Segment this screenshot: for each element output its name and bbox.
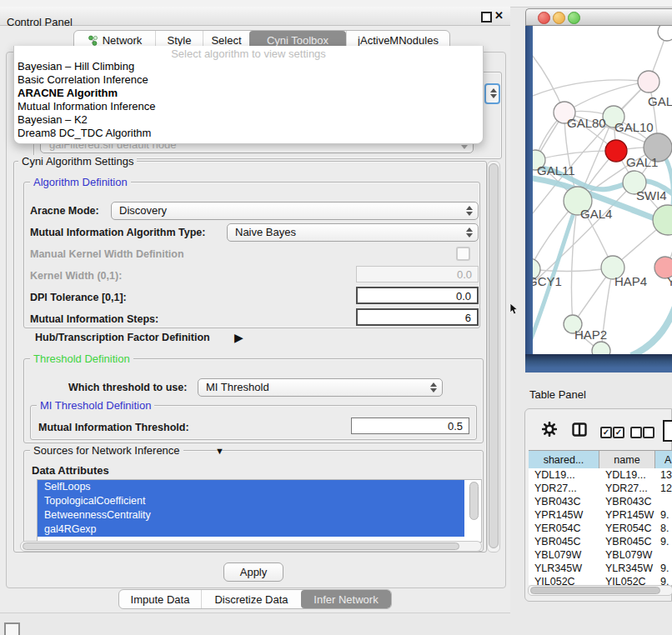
aracne-mode-combo[interactable]: Discovery [111, 202, 479, 220]
table-cell: YBR045C [529, 535, 599, 548]
zoom-light-icon[interactable] [568, 12, 580, 24]
table-row[interactable]: YLR345WYLR345W9. [529, 562, 672, 575]
table-row[interactable]: YDR27...YDR27...12 [529, 482, 672, 495]
network-canvas[interactable]: GALGAL80GAL10GAL1GAL11SWI4GAL4GCY1HAP4YH… [533, 26, 672, 354]
combo-stepper-icon [429, 382, 437, 393]
algorithm-combo-stepper[interactable] [484, 83, 500, 104]
split-panel-icon[interactable] [572, 422, 587, 437]
network-frame-left [525, 26, 533, 372]
mi-type-combo[interactable]: Naive Bayes [227, 223, 479, 242]
dpi-tolerance-label: DPI Tolerance [0,1]: [30, 292, 127, 303]
close-icon[interactable]: ✕ [494, 7, 504, 25]
network-node-gal[interactable] [638, 71, 659, 92]
table-cell: 9. [655, 508, 672, 522]
column-header-shared[interactable]: shared... [529, 451, 599, 469]
mi-threshold-field[interactable]: 0.5 [351, 418, 469, 434]
which-threshold-label: Which threshold to use: [68, 382, 187, 393]
collapsed-widget-icon[interactable] [4, 622, 20, 635]
minimize-light-icon[interactable] [553, 12, 565, 24]
table-cell: 13 [655, 468, 672, 482]
hub-definition-label[interactable]: Hub/Transcription Factor Definition [35, 332, 210, 343]
mouse-cursor [509, 303, 519, 316]
algorithm-option-bayesian-hill-climbing[interactable]: Bayesian – Hill Climbing [16, 60, 472, 73]
tab-label: Network [103, 34, 143, 47]
dpi-tolerance-field[interactable]: 0.0 [356, 287, 479, 304]
network-node[interactable] [592, 342, 610, 354]
collapsed-arrow-icon[interactable]: ▶ [234, 331, 243, 344]
manual-kernel-checkbox[interactable] [456, 247, 470, 261]
attr-hscrollbar-thumb[interactable] [23, 542, 459, 550]
deselect-box1-icon[interactable] [630, 427, 642, 438]
attribute-item-selfloops[interactable]: SelfLoops [38, 480, 464, 494]
table-cell: 9. [655, 575, 672, 585]
tab-discretize-data[interactable]: Discretize Data [201, 590, 301, 608]
table-row[interactable]: YBR043CYBR043C [529, 495, 672, 508]
kernel-width-field[interactable]: 0.0 [356, 266, 479, 282]
tab-impute-data[interactable]: Impute Data [119, 590, 201, 608]
network-node-gal1[interactable] [605, 140, 627, 162]
node-label: GAL11 [537, 163, 575, 178]
expanded-arrow-icon[interactable]: ▼ [215, 446, 224, 456]
table-cell: YDL19... [599, 468, 655, 482]
manual-kernel-label: Manual Kernel Width Definition [30, 248, 184, 260]
table-row[interactable]: YDL19...YDL19...13 [529, 468, 672, 482]
tab-label: jActiveMNodules [358, 34, 439, 47]
algorithm-option-basic-correlation-inference[interactable]: Basic Correlation Inference [16, 73, 472, 87]
network-node[interactable] [658, 26, 672, 41]
table-row[interactable]: YPR145WYPR145W9. [529, 508, 672, 522]
algorithm-option-mutual-information-inference[interactable]: Mutual Information Inference [16, 100, 472, 113]
algorithm-option-aracne-algorithm[interactable]: ARACNE Algorithm [16, 87, 472, 100]
close-light-icon[interactable] [538, 12, 550, 24]
attr-list-scrollbar-thumb[interactable] [469, 482, 479, 520]
table-cell: 9. [655, 535, 672, 548]
network-edges-highlight [533, 148, 672, 354]
tab-infer-network[interactable]: Infer Network [301, 590, 391, 608]
table-row[interactable]: YIL052CYIL052C9. [529, 575, 672, 585]
node-label: GAL [648, 94, 672, 108]
which-threshold-combo[interactable]: MI Threshold [198, 378, 443, 397]
select-all-check1-icon[interactable]: ✓ [600, 427, 612, 438]
table-cell: 9. [655, 562, 672, 575]
tab-label: Select [211, 34, 241, 47]
table-hscrollbar-thumb[interactable] [530, 587, 660, 594]
table-cell: YPR145W [529, 508, 599, 522]
mi-steps-label: Mutual Information Steps: [30, 313, 158, 325]
node-label: GCY1 [533, 274, 562, 288]
attribute-item-topologicalcoefficient[interactable]: TopologicalCoefficient [38, 494, 464, 508]
algorithm-option-bayesian-k2[interactable]: Bayesian – K2 [16, 113, 472, 127]
mi-steps-field[interactable]: 6 [356, 308, 479, 326]
column-header-a[interactable]: A [655, 451, 672, 469]
data-attributes-list[interactable]: SelfLoopsTopologicalCoefficientBetweenne… [37, 479, 482, 542]
algorithm-definition-title: Algorithm Definition [30, 176, 131, 188]
column-header-name[interactable]: name [599, 451, 655, 469]
tab-label: Discretize Data [214, 593, 288, 606]
table-cell: YIL052C [599, 575, 655, 585]
settings-scrollbar-thumb[interactable] [489, 163, 499, 548]
table-cell: YLR345W [529, 562, 599, 575]
float-window-icon[interactable] [481, 12, 492, 22]
mi-threshold-label: Mutual Information Threshold: [38, 422, 189, 433]
table-cell: YBR043C [529, 495, 599, 508]
settings-gear-icon[interactable] [542, 422, 557, 437]
mi-threshold-group-title: MI Threshold Definition [37, 399, 154, 412]
table-row[interactable]: YER054CYER054C8. [529, 522, 672, 535]
algorithm-dropdown-popup: Select algorithm to view settings Bayesi… [13, 46, 484, 144]
table-row[interactable]: YBR045CYBR045C9. [529, 535, 672, 548]
document-icon[interactable] [663, 420, 672, 442]
dropdown-placeholder: Select algorithm to view settings [14, 48, 483, 60]
attribute-item-gal4rgexp[interactable]: gal4RGexp [38, 522, 464, 537]
threshold-definition-title: Threshold Definition [30, 352, 133, 365]
network-icon [88, 35, 98, 46]
table-cell: YER054C [599, 522, 655, 535]
table-cell: YIL052C [529, 575, 599, 585]
select-all-check2-icon[interactable]: ✓ [613, 427, 624, 438]
node-label: SWI4 [636, 188, 667, 202]
node-label: HAP2 [574, 328, 607, 342]
deselect-box2-icon[interactable] [643, 427, 654, 438]
attribute-item-betweennesscentrality[interactable]: BetweennessCentrality [38, 508, 464, 522]
apply-button[interactable]: Apply [223, 562, 283, 582]
algorithm-option-dream8-dc-tdc-algorithm[interactable]: Dream8 DC_TDC Algorithm [16, 127, 472, 140]
table-row[interactable]: YBL079WYBL079W [529, 548, 672, 562]
aracne-mode-label: Aracne Mode: [30, 205, 99, 217]
table-cell: YDR27... [529, 482, 599, 495]
